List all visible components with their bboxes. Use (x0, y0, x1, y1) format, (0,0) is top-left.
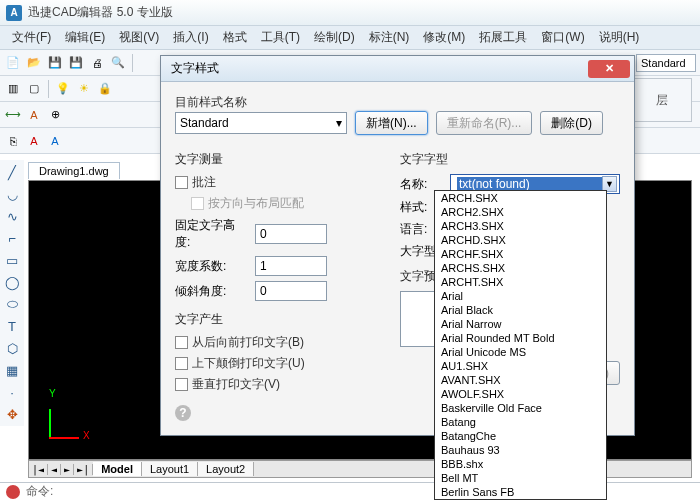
menu-dim[interactable]: 标注(N) (363, 27, 416, 48)
spline-tool-icon[interactable]: ∿ (2, 206, 22, 226)
layers-panel: 层 (632, 78, 692, 122)
oblique-input[interactable] (255, 281, 327, 301)
close-button[interactable]: ✕ (588, 60, 630, 78)
font-option[interactable]: AWOLF.SHX (435, 387, 606, 401)
annotative-checkbox[interactable]: 批注 (175, 174, 382, 191)
polyline-tool-icon[interactable]: ⌐ (2, 228, 22, 248)
font-option[interactable]: Berlin Sans FB (435, 485, 606, 499)
point-tool-icon[interactable]: ∙ (2, 382, 22, 402)
preview-icon[interactable]: 🔍 (109, 54, 127, 72)
font-option[interactable]: BBB.shx (435, 457, 606, 471)
menu-modify[interactable]: 修改(M) (417, 27, 471, 48)
font-option[interactable]: ARCHS.SHX (435, 261, 606, 275)
cmd-prompt: 命令: (26, 483, 53, 500)
font-option[interactable]: Arial Black (435, 303, 606, 317)
menu-tools[interactable]: 工具(T) (255, 27, 306, 48)
menu-format[interactable]: 格式 (217, 27, 253, 48)
font-name-value: txt(not found) (457, 177, 602, 191)
font-option[interactable]: Bauhaus 93 (435, 443, 606, 457)
ellipse-tool-icon[interactable]: ⬭ (2, 294, 22, 314)
vertical-checkbox[interactable]: 垂直打印文字(V) (175, 376, 382, 393)
separator (48, 80, 49, 98)
polygon-tool-icon[interactable]: ⬡ (2, 338, 22, 358)
text-tool-icon[interactable]: T (2, 316, 22, 336)
new-button[interactable]: 新增(N)... (355, 111, 428, 135)
menu-insert[interactable]: 插入(I) (167, 27, 214, 48)
window-title: 迅捷CAD编辑器 5.0 专业版 (28, 4, 173, 21)
cmd-icon (6, 485, 20, 499)
font-option[interactable]: Arial Narrow (435, 317, 606, 331)
saveall-icon[interactable]: 💾 (67, 54, 85, 72)
menu-window[interactable]: 窗口(W) (535, 27, 590, 48)
left-tool-palette: ╱ ◡ ∿ ⌐ ▭ ◯ ⬭ T ⬡ ▦ ∙ ✥ (0, 160, 24, 426)
rename-button[interactable]: 重新命名(R)... (436, 111, 533, 135)
font-option[interactable]: Arial (435, 289, 606, 303)
backwards-checkbox[interactable]: 从后向前打印文字(B) (175, 334, 382, 351)
font-option[interactable]: AU1.SHX (435, 359, 606, 373)
app-icon: A (6, 5, 22, 21)
help-icon[interactable]: ? (175, 405, 191, 421)
hatch-tool-icon[interactable]: ▦ (2, 360, 22, 380)
style-input[interactable] (636, 54, 696, 72)
dialog-titlebar[interactable]: 文字样式 ✕ (161, 56, 634, 82)
font-option[interactable]: BatangChe (435, 429, 606, 443)
layout-tab-2[interactable]: Layout2 (198, 462, 254, 476)
line-tool-icon[interactable]: ╱ (2, 162, 22, 182)
xref-icon[interactable]: ⎘ (4, 132, 22, 150)
upside-checkbox[interactable]: 上下颠倒打印文字(U) (175, 355, 382, 372)
lock-icon[interactable]: 🔒 (96, 80, 114, 98)
width-input[interactable] (255, 256, 327, 276)
ucs-icon: Y X (49, 388, 89, 439)
font-option[interactable]: Arial Rounded MT Bold (435, 331, 606, 345)
layers-label: 层 (656, 92, 668, 109)
circle-tool-icon[interactable]: ◯ (2, 272, 22, 292)
menu-edit[interactable]: 编辑(E) (59, 27, 111, 48)
dim3-icon[interactable]: ⊕ (46, 106, 64, 124)
layout-nav-last[interactable]: ►| (74, 464, 93, 475)
dim-icon[interactable]: ⟷ (4, 106, 22, 124)
layer-icon[interactable]: ▥ (4, 80, 22, 98)
height-input[interactable] (255, 224, 327, 244)
font-option[interactable]: ARCHT.SHX (435, 275, 606, 289)
layout-tab-1[interactable]: Layout1 (142, 462, 198, 476)
tool-a-icon[interactable]: A (25, 132, 43, 150)
font-dropdown-list[interactable]: ARCH.SHXARCH2.SHXARCH3.SHXARCHD.SHXARCHF… (434, 190, 607, 500)
delete-button[interactable]: 删除(D) (540, 111, 603, 135)
bulb-icon[interactable]: 💡 (54, 80, 72, 98)
color-icon[interactable]: ▢ (25, 80, 43, 98)
menu-draw[interactable]: 绘制(D) (308, 27, 361, 48)
doc-tab[interactable]: Drawing1.dwg (28, 162, 120, 179)
arc-tool-icon[interactable]: ◡ (2, 184, 22, 204)
match-orient-checkbox: 按方向与布局匹配 (191, 195, 382, 212)
font-option[interactable]: ARCH3.SHX (435, 219, 606, 233)
font-option[interactable]: AVANT.SHX (435, 373, 606, 387)
menu-help[interactable]: 说明(H) (593, 27, 646, 48)
font-option[interactable]: Batang (435, 415, 606, 429)
menubar: 文件(F) 编辑(E) 视图(V) 插入(I) 格式 工具(T) 绘制(D) 标… (0, 26, 700, 50)
rect-tool-icon[interactable]: ▭ (2, 250, 22, 270)
layout-nav-first[interactable]: |◄ (29, 464, 48, 475)
font-option[interactable]: ARCHF.SHX (435, 247, 606, 261)
font-option[interactable]: Baskerville Old Face (435, 401, 606, 415)
font-option[interactable]: Arial Unicode MS (435, 345, 606, 359)
tool-a2-icon[interactable]: A (46, 132, 64, 150)
current-style-select[interactable]: Standard▾ (175, 112, 347, 134)
pan-tool-icon[interactable]: ✥ (2, 404, 22, 424)
print-icon[interactable]: 🖨 (88, 54, 106, 72)
menu-file[interactable]: 文件(F) (6, 27, 57, 48)
font-option[interactable]: ARCH.SHX (435, 191, 606, 205)
layout-nav-prev[interactable]: ◄ (48, 464, 61, 475)
layout-tab-model[interactable]: Model (93, 462, 142, 476)
freeze-icon[interactable]: ☀ (75, 80, 93, 98)
menu-ext[interactable]: 拓展工具 (473, 27, 533, 48)
font-option[interactable]: ARCHD.SHX (435, 233, 606, 247)
layout-nav-next[interactable]: ► (61, 464, 74, 475)
new-icon[interactable]: 📄 (4, 54, 22, 72)
dim2-icon[interactable]: A (25, 106, 43, 124)
save-icon[interactable]: 💾 (46, 54, 64, 72)
open-icon[interactable]: 📂 (25, 54, 43, 72)
font-option[interactable]: Bell MT (435, 471, 606, 485)
font-option[interactable]: ARCH2.SHX (435, 205, 606, 219)
current-style-label: 目前样式名称 (175, 94, 620, 111)
menu-view[interactable]: 视图(V) (113, 27, 165, 48)
